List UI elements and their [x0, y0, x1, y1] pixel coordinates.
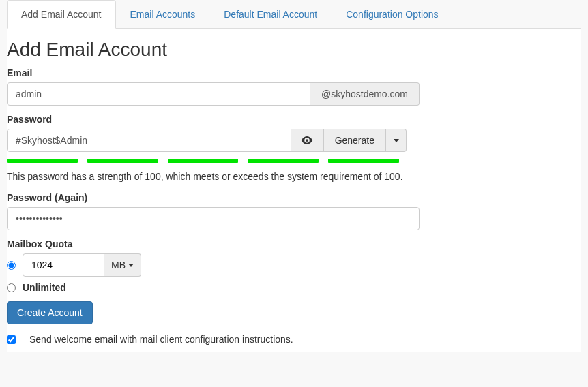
strength-bar — [328, 159, 399, 163]
quota-sized-radio[interactable] — [7, 261, 16, 270]
generate-password-button[interactable]: Generate — [324, 129, 386, 152]
welcome-email-checkbox[interactable] — [7, 335, 16, 344]
strength-bar — [87, 159, 158, 163]
caret-down-icon — [394, 139, 399, 142]
email-domain-suffix: @skyhostdemo.com — [310, 82, 420, 106]
email-label: Email — [7, 67, 581, 78]
quota-value-input[interactable] — [23, 253, 104, 277]
eye-icon — [301, 136, 313, 145]
tab-default-email-account[interactable]: Default Email Account — [209, 0, 332, 29]
tabs: Add Email Account Email Accounts Default… — [7, 0, 581, 29]
quota-unlimited-radio[interactable] — [7, 283, 16, 292]
svg-point-0 — [306, 139, 308, 142]
password-again-input[interactable] — [7, 207, 420, 230]
strength-bar — [168, 159, 239, 163]
password-strength-meter — [7, 159, 399, 163]
strength-bar — [248, 159, 319, 163]
password-label: Password — [7, 114, 581, 125]
password-again-label: Password (Again) — [7, 192, 581, 203]
quota-unlimited-label: Unlimited — [23, 282, 66, 293]
quota-unit-dropdown[interactable]: MB — [104, 253, 141, 277]
email-input[interactable] — [7, 82, 310, 106]
tab-email-accounts[interactable]: Email Accounts — [116, 0, 210, 29]
password-input[interactable] — [7, 129, 291, 152]
tab-configuration-options[interactable]: Configuration Options — [332, 0, 452, 29]
generate-password-dropdown-button[interactable] — [386, 129, 407, 152]
toggle-password-visibility-button[interactable] — [291, 129, 324, 152]
caret-down-icon — [128, 264, 134, 267]
welcome-email-label: Send welcome email with mail client conf… — [29, 334, 293, 345]
quota-label: Mailbox Quota — [7, 238, 581, 249]
quota-unit-label: MB — [111, 260, 126, 270]
page-title: Add Email Account — [7, 39, 581, 61]
create-account-button[interactable]: Create Account — [7, 301, 93, 324]
tab-add-email-account[interactable]: Add Email Account — [7, 0, 116, 29]
password-strength-help: This password has a strength of 100, whi… — [7, 170, 416, 184]
strength-bar — [7, 159, 78, 163]
